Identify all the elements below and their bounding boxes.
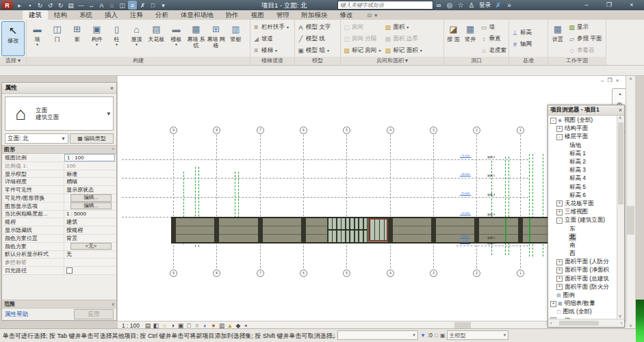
browser-vscroll-thumb[interactable] <box>618 122 623 205</box>
scroll-down-icon[interactable]: ˅ <box>617 314 623 319</box>
sun-path-checkbox[interactable] <box>66 267 73 274</box>
browser-hscroll[interactable]: ‹› <box>548 319 624 327</box>
print-icon[interactable]: ▤ <box>66 1 75 10</box>
tab-插入[interactable]: 插入 <box>99 10 124 20</box>
button-楼板[interactable]: ▬楼板▼ <box>166 21 186 57</box>
search-icon[interactable]: ∞ <box>433 1 444 9</box>
tree-item-图例[interactable]: ▤图例 <box>548 291 617 300</box>
expand-icon[interactable]: + <box>556 209 563 215</box>
sync-icon[interactable]: ↻ <box>36 1 44 10</box>
thin-lines-icon[interactable]: ≡ <box>128 1 137 10</box>
section-extents[interactable]: 范围v <box>2 300 116 308</box>
tree-item-图纸 (全部)[interactable]: ▢图纸 (全部) <box>548 308 617 316</box>
expand-icon[interactable]: v <box>112 302 115 306</box>
panel-label-7[interactable]: 工作平面 <box>548 57 606 65</box>
temporary-view-icon[interactable]: ▥ <box>218 322 226 329</box>
view-selector-dropdown[interactable]: 立面: 北▼ <box>5 133 68 144</box>
aligned-dimension-icon[interactable]: ↔ <box>87 1 96 10</box>
button-显示[interactable]: ▧显示 <box>567 21 603 33</box>
expand-icon[interactable]: + <box>556 200 563 207</box>
button-修改[interactable]: ↖修改 <box>1 21 25 56</box>
tab-协作[interactable]: 协作 <box>220 10 245 20</box>
analytical-model-icon[interactable]: ▲ <box>226 322 234 329</box>
tree-item-南[interactable]: 南 <box>548 241 617 250</box>
crop-region-icon[interactable]: □ <box>185 322 193 329</box>
search-input[interactable] <box>337 1 433 10</box>
button-幕墙网格[interactable]: ⊞幕墙 网格 <box>206 21 226 57</box>
tree-item-标高 5[interactable]: 标高 5 <box>548 183 617 192</box>
level-marker[interactable]: -0.450标高 1 <box>460 241 517 248</box>
favorites-icon[interactable]: ☆ <box>455 1 466 9</box>
default-3d-view-icon[interactable]: ⌂ <box>107 1 116 10</box>
expand-icon[interactable]: + <box>556 284 563 290</box>
type-selector[interactable]: ⌂立面建筑立面▾ <box>5 96 114 131</box>
tab-管理[interactable]: 管理 <box>270 10 296 20</box>
grid-bubble-top[interactable]: 2 <box>473 127 480 134</box>
steering-wheel-icon[interactable]: ◔ <box>617 90 622 98</box>
button-轴网[interactable]: #轴网 <box>510 39 533 51</box>
button-模型组[interactable]: ▣模型 组▼ <box>296 44 332 56</box>
scroll-left-icon[interactable]: ◂ <box>242 323 249 328</box>
browser-hscroll-thumb[interactable] <box>559 321 599 326</box>
button-天花板[interactable]: ▤天花板 <box>146 21 166 57</box>
expand-icon[interactable]: + <box>556 267 563 274</box>
canvas-vscroll-thumb[interactable] <box>627 206 634 235</box>
detail-level-icon[interactable]: ▤ <box>144 322 152 329</box>
level-marker[interactable]: 21.000标高 6 <box>460 155 517 161</box>
button-栏杆扶手[interactable]: ≡栏杆扶手▼ <box>251 21 291 33</box>
button-面积[interactable]: ▧面积▼ <box>383 21 424 33</box>
visual-style-icon[interactable]: ◧ <box>152 322 160 329</box>
tree-item-东[interactable]: 东 <box>548 224 617 233</box>
storefront-window[interactable] <box>368 218 388 241</box>
grid-bubble-bottom[interactable]: 6 <box>300 269 307 277</box>
redo-icon[interactable]: ↻ <box>56 1 65 10</box>
selected-curtain-grid[interactable] <box>529 218 530 242</box>
signin-icon[interactable]: ♙ <box>466 1 477 9</box>
tree-item-面积平面 (总建筑[interactable]: +面积平面 (总建筑 <box>548 275 617 283</box>
button-构件[interactable]: ▣构件▼ <box>87 21 107 57</box>
tree-item-场地[interactable]: 场地 <box>548 142 617 150</box>
column[interactable] <box>171 218 176 242</box>
button-标记房间[interactable]: ▨标记 房间▼ <box>342 44 383 56</box>
tree-item-天花板平面[interactable]: +天花板平面 <box>548 200 617 208</box>
panel-label-6[interactable]: 基准 <box>509 57 548 65</box>
view-close-icon[interactable]: × <box>616 77 619 83</box>
canvas-hscroll-thumb[interactable] <box>454 322 471 328</box>
reveal-hidden-icon[interactable]: ● <box>209 322 218 329</box>
grid-bubble-bottom[interactable]: 5 <box>343 269 350 277</box>
tree-item-面积平面 (净面积[interactable]: +面积平面 (净面积 <box>548 266 617 274</box>
button-设置[interactable]: ▦设置 <box>549 21 567 57</box>
save-icon[interactable]: ▪ <box>25 1 34 10</box>
grid-bubble-top[interactable]: 5 <box>343 127 350 134</box>
level-marker[interactable]: 15.000标高 4 <box>460 193 517 199</box>
grid-bubble-top[interactable]: 3 <box>430 127 437 134</box>
property-edit-button[interactable]: 编辑... <box>70 194 112 202</box>
expand-icon[interactable]: + <box>550 301 556 307</box>
chevron-down-icon[interactable]: ▾ <box>374 12 377 18</box>
button-模型文字[interactable]: A模型 文字 <box>296 21 332 33</box>
expand-icon[interactable]: + <box>556 259 563 265</box>
grid-bubble-top[interactable]: 4 <box>387 127 394 134</box>
scroll-left-icon[interactable]: ‹ <box>548 321 554 326</box>
exchange-apps-icon[interactable]: ✗ <box>493 1 504 9</box>
button-标高[interactable]: ⊥标高 <box>510 27 533 39</box>
grid-bubble-bottom[interactable]: 9 <box>170 269 177 277</box>
signin-label[interactable]: 登录 <box>479 1 491 10</box>
button-楼梯[interactable]: ≡楼梯▼ <box>251 44 291 56</box>
grid-bubble-bottom[interactable]: 3 <box>430 269 437 277</box>
tree-item-三维视图[interactable]: +三维视图 <box>548 208 617 216</box>
tree-item-视图 (全部)[interactable]: -◉视图 (全部) <box>548 116 617 124</box>
tab-注释[interactable]: 注释 <box>124 10 149 20</box>
panel-label-2[interactable]: 楼梯坡道 <box>250 57 294 65</box>
column[interactable] <box>301 218 306 242</box>
collapse-icon[interactable]: - <box>550 118 556 124</box>
button-柱[interactable]: ▯柱▼ <box>107 21 127 57</box>
button-墙[interactable]: ▬墙▼ <box>27 21 47 57</box>
column[interactable] <box>214 218 219 242</box>
button-垂直[interactable]: ↕垂直 <box>479 33 508 44</box>
grid-bubble-bottom[interactable]: 2 <box>473 269 480 277</box>
communication-center-icon[interactable]: ◎ <box>444 1 455 9</box>
displacement-icon[interactable]: ◆ <box>234 322 242 329</box>
button-老虎窗[interactable]: ⌂老虎窗 <box>479 44 508 56</box>
view-minimize-icon[interactable]: – <box>601 77 604 83</box>
